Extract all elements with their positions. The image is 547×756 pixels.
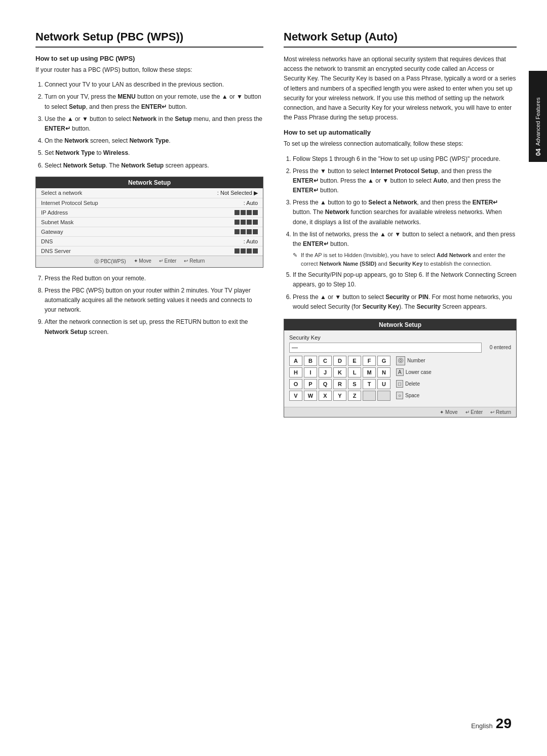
left-steps-continued: Press the Red button on your remote. Pre… [35, 274, 263, 337]
key-N[interactable]: N [377, 367, 390, 377]
key-F[interactable]: F [363, 356, 376, 366]
security-input-bar[interactable]: — [289, 343, 482, 353]
right-subsection-title: How to set up automatically [284, 129, 517, 136]
network-row-select: Select a network : Not Selected ▶ [36, 188, 263, 198]
security-key-label: Security Key [289, 334, 511, 341]
key-D[interactable]: D [333, 356, 346, 366]
network-row-dns: DNS : Auto [36, 237, 263, 246]
list-item: Press the ▲ or ▼ button to select Securi… [293, 292, 517, 312]
key-Q[interactable]: Q [319, 379, 332, 389]
right-steps-list: Follow Steps 1 through 6 in the "How to … [284, 154, 517, 312]
key-blank2[interactable] [377, 391, 390, 401]
key-P[interactable]: P [304, 379, 317, 389]
list-item: Press the ▼ button to select Internet Pr… [293, 166, 517, 196]
list-item: Press the PBC (WPS) button on your route… [45, 286, 263, 315]
network-row-protocol: Internet Protocol Setup : Auto [36, 198, 263, 208]
key-blank1[interactable] [363, 391, 376, 401]
network-row-dns-server: DNS Server [36, 246, 263, 256]
list-item: After the network connection is set up, … [45, 317, 263, 337]
security-entered: 0 entered [490, 345, 511, 350]
key-T[interactable]: T [363, 379, 376, 389]
security-cursor: — [292, 344, 298, 351]
list-item: Use the ▲ or ▼ button to select Network … [45, 114, 263, 134]
content-columns: Network Setup (PBC (WPS)) How to set up … [35, 30, 517, 425]
list-item: Turn on your TV, press the MENU button o… [45, 92, 263, 111]
network-box-header: Network Setup [36, 177, 263, 188]
page-footer: English 29 [471, 717, 512, 731]
right-section-title: Network Setup (Auto) [284, 30, 517, 48]
key-Z[interactable]: Z [348, 391, 361, 401]
page-number: 29 [496, 717, 512, 731]
list-item: Press the Red button on your remote. [45, 274, 263, 283]
english-label: English [471, 722, 493, 730]
left-column: Network Setup (PBC (WPS)) How to set up … [35, 30, 263, 425]
network-box-footer: ⓪ PBC(WPS) ✦ Move ↵ Enter ↩ Return [36, 256, 263, 267]
note-text: If the AP is set to Hidden (Invisible), … [293, 251, 517, 268]
key-W[interactable]: W [304, 391, 317, 401]
network-setup-box: Network Setup Select a network : Not Sel… [35, 177, 263, 268]
list-item: If the Security/PIN pop-up appears, go t… [293, 270, 517, 289]
keyboard-grid: A B C D E F G ⓪ Number [289, 356, 511, 401]
list-item: Set Network Type to Wireless. [45, 148, 263, 158]
key-label-delete: □ Delete [396, 380, 420, 388]
list-item: In the list of networks, press the ▲ or … [293, 230, 517, 268]
side-tab-number: 04 [534, 149, 542, 156]
keyboard-row-1: A B C D E F G ⓪ Number [289, 356, 511, 366]
list-item: Press the ▲ button to go to Select a Net… [293, 198, 517, 227]
left-intro: If your router has a PBC (WPS) button, f… [35, 65, 263, 75]
key-B[interactable]: B [304, 356, 317, 366]
keyboard-row-3: O P Q R S T U □ Delete [289, 379, 511, 389]
key-Y[interactable]: Y [333, 391, 346, 401]
network-row-gateway: Gateway [36, 227, 263, 237]
key-R[interactable]: R [333, 379, 346, 389]
list-item: On the Network screen, select Network Ty… [45, 136, 263, 146]
key-E[interactable]: E [348, 356, 361, 366]
keyboard-row-2: H I J K L M N A Lower case [289, 367, 511, 377]
right-sub-intro: To set up the wireless connection automa… [284, 139, 517, 149]
key-label-space: ○ Space [396, 392, 419, 399]
key-G[interactable]: G [377, 356, 390, 366]
list-item: Connect your TV to your LAN as described… [45, 80, 263, 90]
network-box-body: Select a network : Not Selected ▶ Intern… [36, 188, 263, 256]
list-item: Select Network Setup. The Network Setup … [45, 161, 263, 171]
keyboard-row-4: V W X Y Z ○ Space [289, 391, 511, 401]
key-L[interactable]: L [348, 367, 361, 377]
key-S[interactable]: S [348, 379, 361, 389]
key-K[interactable]: K [333, 367, 346, 377]
right-intro: Most wireless networks have an optional … [284, 55, 517, 122]
side-tab-label: Advanced Features [535, 97, 541, 145]
key-A[interactable]: A [289, 356, 302, 366]
key-M[interactable]: M [363, 367, 376, 377]
key-label-lowercase: A Lower case [396, 368, 432, 376]
side-tab: 04 Advanced Features [529, 71, 547, 162]
left-section-title: Network Setup (PBC (WPS)) [35, 30, 263, 48]
key-C[interactable]: C [319, 356, 332, 366]
list-item: Follow Steps 1 through 6 in the "How to … [293, 154, 517, 164]
key-I[interactable]: I [304, 367, 317, 377]
left-steps-list: Connect your TV to your LAN as described… [35, 80, 263, 171]
key-O[interactable]: O [289, 379, 302, 389]
key-V[interactable]: V [289, 391, 302, 401]
left-subsection-title: How to set up using PBC (WPS) [35, 55, 263, 62]
security-body: Security Key — 0 entered A B C D [284, 330, 516, 407]
network-row-ip: IP Address [36, 208, 263, 218]
key-J[interactable]: J [319, 367, 332, 377]
right-column: Network Setup (Auto) Most wireless netwo… [284, 30, 517, 425]
key-H[interactable]: H [289, 367, 302, 377]
security-key-box: Network Setup Security Key — 0 entered A [284, 319, 517, 417]
security-box-footer: ✦ Move ↵ Enter ↩ Return [284, 407, 516, 417]
key-U[interactable]: U [377, 379, 390, 389]
key-label-number: ⓪ Number [396, 356, 425, 365]
security-box-header: Network Setup [284, 319, 516, 330]
key-X[interactable]: X [319, 391, 332, 401]
network-row-subnet: Subnet Mask [36, 218, 263, 227]
page-container: 04 Advanced Features Network Setup (PBC … [0, 0, 547, 756]
security-input-row: — 0 entered [289, 343, 511, 353]
